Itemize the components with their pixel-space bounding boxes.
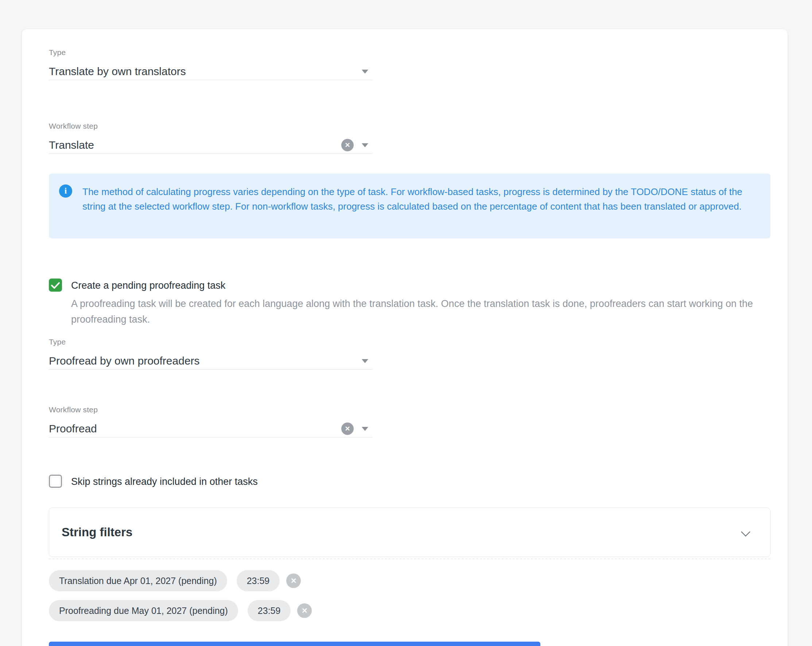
proofreading-checkbox-row[interactable]: Create a pending proofreading task [49, 279, 225, 293]
proofreading-type-field: Type Proofread by own proofreaders [49, 338, 372, 370]
divider [49, 559, 771, 559]
proofreading-workflow-value: Proofread [49, 422, 97, 435]
proofreading-type-value: Proofread by own proofreaders [49, 355, 200, 367]
remove-x-icon[interactable]: ✕ [297, 603, 312, 618]
skip-strings-checkbox[interactable] [49, 475, 62, 488]
translation-workflow-value: Translate [49, 139, 94, 151]
translation-due-chip-row: Translation due Apr 01, 2027 (pending) 2… [49, 570, 301, 591]
clear-x-icon[interactable]: ✕ [341, 422, 354, 435]
translation-due-time-label: 23:59 [247, 576, 270, 586]
chevron-down-icon[interactable] [742, 528, 750, 536]
proofreading-workflow-field: Workflow step Proofread ✕ [49, 405, 372, 437]
skip-strings-checkbox-label: Skip strings already included in other t… [71, 475, 258, 489]
translation-type-field: Type Translate by own translators [49, 48, 372, 80]
translation-workflow-field: Workflow step Translate ✕ [49, 122, 372, 154]
translation-due-chip[interactable]: Translation due Apr 01, 2027 (pending) [49, 570, 227, 591]
caret-down-icon[interactable] [362, 143, 368, 147]
proofreading-due-time-chip[interactable]: 23:59 [247, 600, 291, 621]
proofreading-due-chip-label: Proofreading due May 01, 2027 (pending) [59, 606, 228, 616]
proofreading-description: A proofreading task will be created for … [71, 296, 764, 328]
clear-x-icon[interactable]: ✕ [341, 139, 354, 151]
translation-due-time-chip[interactable]: 23:59 [237, 570, 280, 591]
string-filters-title: String filters [62, 525, 132, 539]
caret-down-icon[interactable] [362, 359, 368, 363]
caret-down-icon[interactable] [362, 427, 368, 431]
skip-strings-checkbox-row[interactable]: Skip strings already included in other t… [49, 475, 258, 489]
proofreading-workflow-select[interactable]: Proofread ✕ [49, 420, 372, 437]
task-form-card: Type Translate by own translators Workfl… [22, 29, 788, 646]
proofreading-checkbox-label: Create a pending proofreading task [71, 279, 225, 293]
proofreading-type-label: Type [49, 338, 372, 346]
caret-down-icon[interactable] [362, 70, 368, 74]
info-icon: i [59, 184, 72, 198]
proofreading-type-select[interactable]: Proofread by own proofreaders [49, 352, 372, 370]
progress-info-text: The method of calculating progress varie… [82, 184, 757, 213]
proofreading-due-time-label: 23:59 [258, 606, 281, 616]
check-icon [50, 280, 61, 291]
translation-type-value: Translate by own translators [49, 65, 186, 78]
progress-info-alert: i The method of calculating progress var… [49, 174, 771, 238]
translation-workflow-label: Workflow step [49, 122, 372, 131]
string-filters-panel[interactable]: String filters [49, 507, 771, 557]
translation-due-chip-label: Translation due Apr 01, 2027 (pending) [59, 576, 217, 586]
proofreading-due-chip[interactable]: Proofreading due May 01, 2027 (pending) [49, 600, 238, 621]
remove-x-icon[interactable]: ✕ [286, 573, 301, 588]
proofreading-workflow-label: Workflow step [49, 405, 372, 414]
translation-workflow-select[interactable]: Translate ✕ [49, 136, 372, 154]
translation-type-select[interactable]: Translate by own translators [49, 63, 372, 80]
create-task-button-partial[interactable] [49, 641, 540, 646]
translation-type-label: Type [49, 48, 372, 57]
proofreading-due-chip-row: Proofreading due May 01, 2027 (pending) … [49, 600, 312, 621]
proofreading-checkbox[interactable] [49, 279, 62, 292]
